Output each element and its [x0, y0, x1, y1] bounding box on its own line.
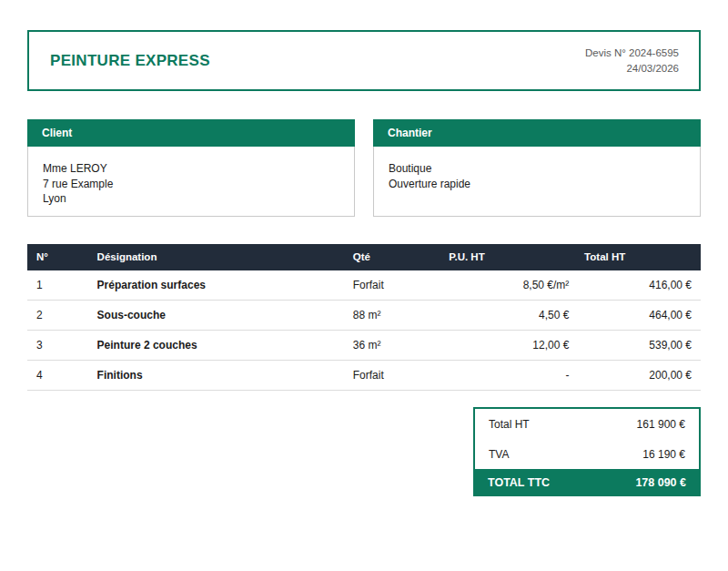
total-ht-value: 161 900 €	[637, 418, 685, 431]
tva-label: TVA	[489, 448, 509, 461]
row-qty: Forfait	[344, 270, 425, 301]
row-designation: Peinture 2 couches	[88, 331, 344, 361]
row-designation: Préparation surfaces	[88, 270, 344, 301]
table-row: 3 Peinture 2 couches 36 m² 12,00 € 539,0…	[27, 331, 701, 361]
row-qty: 36 m²	[344, 331, 425, 361]
row-pu: 8,50 €/m²	[425, 270, 573, 301]
total-ttc-label: TOTAL TTC	[488, 476, 550, 489]
client-box: Client Mme LEROY 7 rue Example Lyon	[27, 119, 355, 217]
chantier-line-2: Ouverture rapide	[389, 177, 685, 192]
table-row: 2 Sous-couche 88 m² 4,50 € 464,00 €	[27, 301, 701, 331]
tva-row: TVA 16 190 €	[475, 439, 699, 469]
row-num: 3	[27, 331, 88, 361]
client-box-title: Client	[27, 119, 355, 147]
client-address: 7 rue Example	[43, 177, 339, 192]
row-total: 539,00 €	[572, 331, 701, 361]
row-num: 1	[27, 270, 88, 301]
row-pu: -	[425, 361, 573, 391]
tva-value: 16 190 €	[642, 448, 685, 461]
line-items-table: N° Désignation Qté P.U. HT Total HT 1 Pr…	[27, 244, 701, 391]
total-ttc-row: TOTAL TTC 178 090 €	[474, 469, 700, 495]
devis-meta: Devis N° 2024-6595 24/03/2026	[585, 46, 679, 76]
row-total: 200,00 €	[572, 361, 701, 391]
client-box-body: Mme LEROY 7 rue Example Lyon	[28, 147, 354, 207]
document-header: PEINTURE EXPRESS Devis N° 2024-6595 24/0…	[27, 30, 701, 91]
column-header-total: Total HT	[572, 244, 701, 270]
row-num: 4	[27, 361, 88, 391]
client-city: Lyon	[43, 191, 339, 207]
table-row: 1 Préparation surfaces Forfait 8,50 €/m²…	[27, 270, 701, 301]
column-header-num: N°	[27, 244, 88, 270]
row-pu: 4,50 €	[425, 301, 573, 331]
company-name: PEINTURE EXPRESS	[50, 52, 210, 70]
total-ht-row: Total HT 161 900 €	[475, 409, 699, 439]
chantier-box: Chantier Boutique Ouverture rapide	[373, 119, 701, 217]
client-name: Mme LEROY	[43, 161, 339, 177]
row-designation: Finitions	[88, 361, 344, 391]
table-header: N° Désignation Qté P.U. HT Total HT	[27, 244, 701, 270]
totals-box: Total HT 161 900 € TVA 16 190 € TOTAL TT…	[473, 407, 701, 496]
devis-document: PEINTURE EXPRESS Devis N° 2024-6595 24/0…	[0, 0, 728, 571]
column-header-qty: Qté	[344, 244, 425, 270]
column-header-designation: Désignation	[88, 244, 344, 270]
chantier-box-title: Chantier	[373, 119, 701, 147]
devis-number: Devis N° 2024-6595	[585, 46, 679, 61]
total-ttc-value: 178 090 €	[635, 476, 686, 489]
info-boxes-row: Client Mme LEROY 7 rue Example Lyon Chan…	[27, 119, 701, 217]
row-qty: Forfait	[344, 361, 425, 391]
row-total: 464,00 €	[572, 301, 701, 331]
table-row: 4 Finitions Forfait - 200,00 €	[27, 361, 701, 391]
row-designation: Sous-couche	[88, 301, 344, 331]
row-qty: 88 m²	[344, 301, 425, 331]
row-total: 416,00 €	[572, 270, 701, 301]
row-num: 2	[27, 301, 88, 331]
chantier-line-1: Boutique	[389, 161, 685, 177]
total-ht-label: Total HT	[489, 418, 530, 431]
column-header-pu: P.U. HT	[425, 244, 573, 270]
devis-date: 24/03/2026	[585, 61, 679, 76]
chantier-box-body: Boutique Ouverture rapide	[374, 147, 700, 191]
row-pu: 12,00 €	[425, 331, 573, 361]
